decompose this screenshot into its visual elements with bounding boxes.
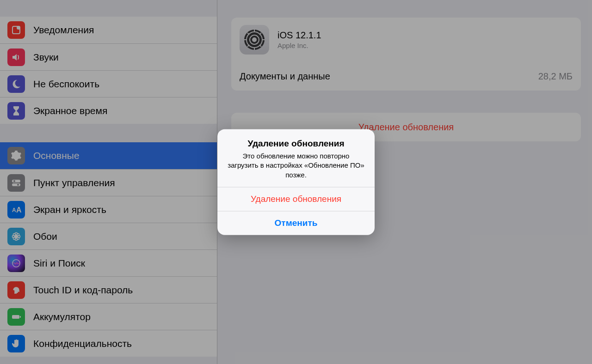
delete-update-alert: Удаление обновления Это обновление можно… — [217, 129, 375, 235]
alert-delete-label: Удаление обновления — [251, 194, 341, 204]
alert-title: Удаление обновления — [227, 139, 365, 149]
alert-message: Это обновление можно повторно загрузить … — [227, 152, 365, 180]
alert-cancel-button[interactable]: Отменить — [217, 211, 375, 235]
alert-cancel-label: Отменить — [275, 218, 318, 228]
alert-delete-button[interactable]: Удаление обновления — [217, 187, 375, 211]
